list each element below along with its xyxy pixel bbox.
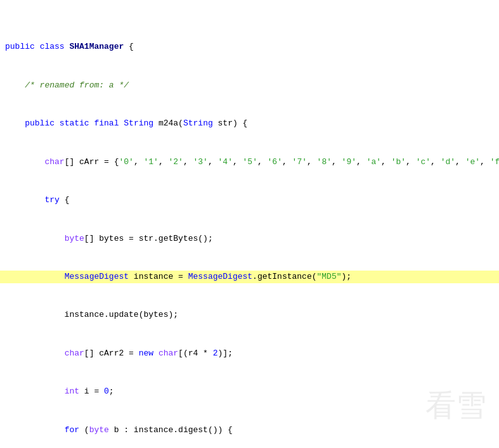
line-6: byte[] bytes = str.getBytes(); (0, 233, 499, 245)
code-editor: public class SHA1Manager { /* renamed fr… (0, 0, 499, 448)
line-9: char[] cArr2 = new char[(r4 * 2)]; (0, 347, 499, 360)
line-1: public class SHA1Manager { (0, 41, 499, 53)
line-8: instance.update(bytes); (0, 309, 499, 321)
line-5: try { (0, 194, 499, 207)
line-11: for (byte b : instance.digest()) { (0, 424, 499, 437)
line-10: int i = 0; (0, 385, 499, 398)
line-3: public static final String m24a(String s… (0, 117, 499, 130)
line-4: char[] cArr = {'0', '1', '2', '3', '4', … (0, 156, 499, 169)
line-7: MessageDigest instance = MessageDigest.g… (0, 271, 499, 283)
line-2: /* renamed from: a */ (0, 79, 499, 92)
